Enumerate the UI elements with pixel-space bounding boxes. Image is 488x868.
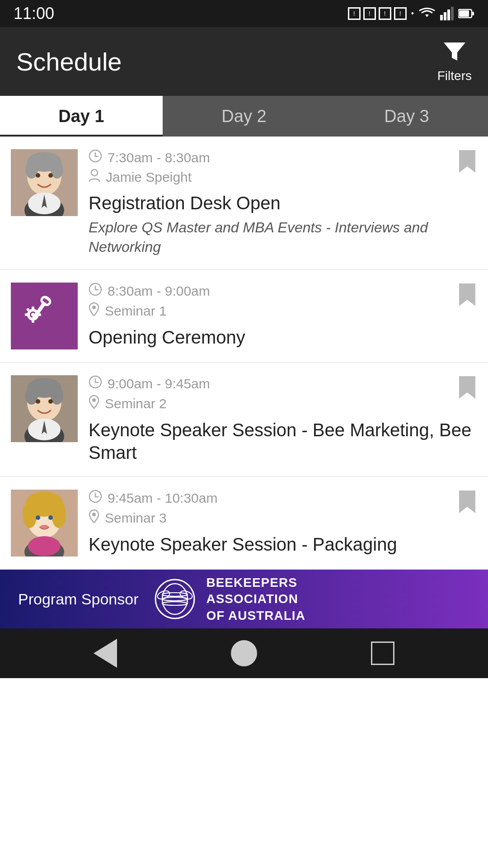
item-subtitle: Explore QS Master and MBA Events - Inter… [89, 218, 477, 257]
sponsor-name: BEEKEEPERS ASSOCIATION OF AUSTRALIA [206, 575, 305, 624]
sponsor-bar: Program Sponsor BEEKEEPERS ASSOCIATION O… [0, 570, 488, 628]
back-icon [94, 639, 117, 668]
battery-icon [458, 9, 474, 19]
header: Schedule Filters [0, 27, 488, 96]
wifi-icon [418, 7, 436, 20]
time-text: 9:00am - 9:45am [108, 376, 210, 392]
pin-icon [89, 395, 99, 412]
svg-point-55 [92, 513, 96, 516]
svg-point-50 [48, 515, 53, 520]
svg-point-43 [92, 398, 96, 402]
time-row: 9:45am - 10:30am [89, 490, 477, 506]
table-row[interactable]: 9:45am - 10:30am Seminar 3 Keynote Speak… [0, 477, 488, 570]
avatar [11, 149, 78, 216]
svg-point-19 [91, 170, 98, 176]
svg-rect-22 [32, 307, 34, 310]
notif-icon-3: ! [379, 7, 391, 20]
clock-icon [89, 375, 102, 392]
status-time: 11:00 [14, 4, 54, 23]
item-title: Registration Desk Open [89, 192, 477, 214]
svg-point-38 [48, 399, 53, 404]
sponsor-bee-icon [155, 579, 195, 619]
clock-icon [89, 149, 102, 166]
svg-rect-0 [440, 15, 443, 20]
item-title: Opening Ceremony [89, 326, 477, 349]
home-button[interactable] [228, 637, 260, 669]
person-icon [89, 169, 100, 185]
svg-point-37 [36, 399, 40, 404]
time-row: 9:00am - 9:45am [89, 375, 477, 392]
svg-point-58 [162, 593, 188, 596]
location-text: Seminar 3 [105, 510, 167, 526]
svg-point-57 [162, 584, 188, 614]
item-meta: 9:00am - 9:45am Seminar 2 [89, 375, 477, 412]
item-content: 9:00am - 9:45am Seminar 2 Keynote Speake… [89, 375, 477, 464]
svg-point-47 [23, 501, 37, 528]
svg-rect-2 [447, 9, 450, 20]
notif-icon-4: ! [394, 7, 407, 20]
item-title: Keynote Speaker Session - Packaging [89, 533, 477, 556]
schedule-wrapper: 7:30am - 8:30am Jamie Speight Registrati… [0, 137, 488, 570]
back-button[interactable] [89, 637, 121, 669]
bookmark-button[interactable] [457, 490, 477, 519]
svg-rect-23 [32, 319, 34, 323]
sponsor-label: Program Sponsor [18, 590, 138, 608]
location-row: Seminar 2 [89, 395, 477, 412]
svg-point-53 [28, 536, 61, 556]
bookmark-button[interactable] [457, 375, 477, 405]
avatar [11, 375, 78, 442]
svg-point-13 [36, 173, 40, 178]
tab-day1[interactable]: Day 1 [0, 96, 163, 137]
tab-day3[interactable]: Day 3 [325, 96, 488, 137]
filter-label: Filters [437, 69, 472, 83]
tab-day2[interactable]: Day 2 [163, 96, 325, 137]
notif-icon-1: ! [348, 7, 361, 20]
notif-icon-2: ! [363, 7, 376, 20]
svg-point-60 [162, 602, 188, 605]
status-icons: ! ! ! ! • [348, 7, 474, 20]
event-tile [11, 283, 78, 349]
clock-icon [89, 490, 102, 506]
filter-icon [443, 40, 466, 67]
notification-icons: ! ! ! ! [348, 7, 407, 20]
filter-button[interactable]: Filters [437, 40, 472, 83]
bookmark-button[interactable] [457, 283, 477, 312]
bookmark-icon [457, 379, 477, 405]
bookmark-icon [457, 153, 477, 179]
time-text: 7:30am - 8:30am [108, 150, 210, 165]
bookmark-button[interactable] [457, 149, 477, 179]
item-meta: 7:30am - 8:30am Jamie Speight [89, 149, 477, 185]
svg-rect-6 [459, 10, 469, 17]
svg-point-14 [48, 173, 53, 178]
clock-icon [89, 283, 102, 299]
item-meta: 8:30am - 9:00am Seminar 1 [89, 283, 477, 320]
recent-icon [371, 642, 394, 665]
item-content: 8:30am - 9:00am Seminar 1 Opening Ceremo… [89, 283, 477, 349]
svg-point-49 [36, 515, 40, 520]
time-row: 7:30am - 8:30am [89, 149, 477, 166]
table-row[interactable]: 9:00am - 9:45am Seminar 2 Keynote Speake… [0, 363, 488, 477]
item-title: Keynote Speaker Session - Bee Marketing,… [89, 419, 477, 464]
table-row[interactable]: 7:30am - 8:30am Jamie Speight Registrati… [0, 137, 488, 270]
home-icon [231, 640, 257, 666]
sponsor-logo: BEEKEEPERS ASSOCIATION OF AUSTRALIA [155, 575, 305, 624]
signal-icon [440, 7, 454, 20]
bookmark-icon [457, 494, 477, 519]
time-row: 8:30am - 9:00am [89, 283, 477, 299]
table-row[interactable]: 8:30am - 9:00am Seminar 1 Opening Ceremo… [0, 270, 488, 363]
location-text: Seminar 2 [105, 396, 167, 411]
dot-icon: • [411, 9, 414, 19]
pin-icon [89, 302, 99, 320]
time-text: 9:45am - 10:30am [108, 491, 217, 506]
item-content: 7:30am - 8:30am Jamie Speight Registrati… [89, 149, 477, 257]
nav-bar [0, 628, 488, 678]
location-row: Jamie Speight [89, 169, 477, 185]
svg-rect-1 [444, 12, 446, 20]
status-bar: 11:00 ! ! ! ! • [0, 0, 488, 27]
svg-rect-3 [451, 7, 454, 20]
avatar [11, 490, 78, 557]
location-text: Seminar 1 [105, 303, 167, 319]
recent-button[interactable] [367, 637, 399, 669]
sponsor-name-line1: BEEKEEPERS [206, 575, 305, 591]
day-tabs: Day 1 Day 2 Day 3 [0, 96, 488, 137]
